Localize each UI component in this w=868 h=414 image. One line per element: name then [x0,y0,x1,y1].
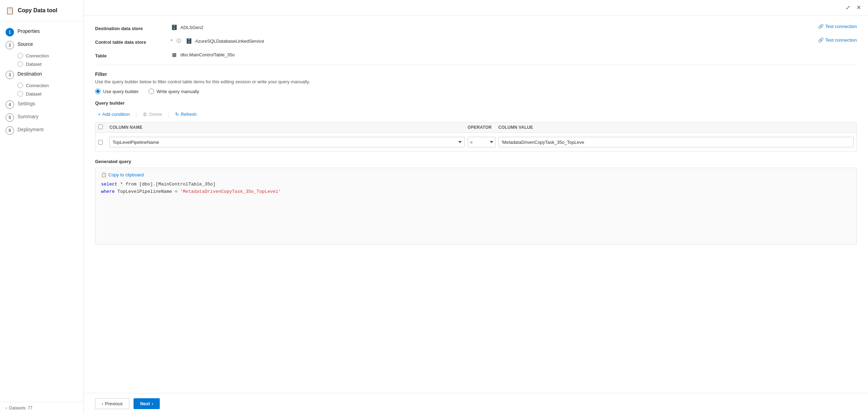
qb-operator-header: OPERATOR [468,125,496,130]
qb-table-body: TopLevelPipelineName MainControlTableId … [95,133,856,152]
app-title-text: Copy Data tool [18,7,57,14]
query-line2-middle: TopLevelPipelineName = [117,189,180,194]
copy-icon: 📋 [101,172,107,177]
step-badge-5: 5 [6,113,14,122]
datasets-nav[interactable]: › Datasets 77 [0,402,84,414]
radio-builder-option[interactable]: Use query builder [95,89,139,94]
table-value-text: dbo.MainControlTable_35o [180,52,235,57]
filter-radio-group: Use query builder Write query manually [95,89,857,94]
next-label: Next [140,401,150,406]
info-icon: ⓘ [177,38,181,44]
sub-label-dataset-1: Dataset [26,62,42,67]
nav-step-properties[interactable]: 1 Properties [0,26,84,38]
destination-value: 🗄️ ADLSGen2 [171,24,801,31]
sidebar-item-dest-dataset[interactable]: Dataset [0,90,84,98]
sidebar-item-source-dataset[interactable]: Dataset [0,60,84,68]
step-badge-1: 1 [6,28,14,36]
step-badge-6: 6 [6,126,14,135]
required-star: * [171,38,172,44]
add-condition-button[interactable]: + Add condition [95,110,132,119]
delete-button[interactable]: 🗑 Delete [140,110,165,119]
destination-value-text: ADLSGen2 [180,25,203,30]
step-badge-4: 4 [6,100,14,109]
datasets-chevron-icon: › [6,406,7,411]
copy-label: Copy to clipboard [108,172,144,177]
test-connection-2-button[interactable]: 🔗 Test connection [818,37,857,43]
add-condition-label: Add condition [102,112,130,117]
row-checkbox-cell [98,140,107,145]
control-table-row: Control table data store * ⓘ 🗄️ AzureSQL… [95,37,857,45]
test-connection-1-label: Test connection [825,24,857,29]
prev-icon: ‹ [102,401,103,406]
sub-label-connection-2: Connection [26,83,49,88]
query-builder-toolbar: + Add condition 🗑 Delete ↻ Refresh [95,110,857,119]
step-label-5: Summary [17,113,38,119]
query-code-block: select * from [dbo].[MainControlTable_35… [101,181,851,196]
sidebar-item-dest-connection[interactable]: Connection [0,81,84,90]
copy-to-clipboard-button[interactable]: 📋 Copy to clipboard [101,172,144,177]
query-line-2: where TopLevelPipelineName = 'MetadataDr… [101,188,851,196]
query-line1-rest: * from [dbo].[MainControlTable_35o] [120,182,216,187]
destination-row: Destination data store 🗄️ ADLSGen2 🔗 Tes… [95,24,857,31]
close-button[interactable]: ✕ [855,3,862,12]
test-connection-2-label: Test connection [825,37,857,43]
qb-check-header [98,125,107,130]
filter-description: Use the query builder below to filter co… [95,79,857,84]
sidebar-item-source-connection[interactable]: Connection [0,51,84,60]
table-row: TopLevelPipelineName MainControlTableId … [98,135,854,149]
table-row: Table ▦ dbo.MainControlTable_35o [95,51,857,58]
row-checkbox[interactable] [98,140,103,145]
table-value: ▦ dbo.MainControlTable_35o [171,51,857,58]
previous-button[interactable]: ‹ Previous [95,398,129,409]
test-connection-1-button[interactable]: 🔗 Test connection [818,24,857,29]
nav-step-settings[interactable]: 4 Settings [0,98,84,111]
add-condition-icon: + [98,112,101,117]
operator-select[interactable]: = != > < >= <= [468,137,496,147]
step-label-2: Source [17,41,33,47]
query-builder-table: COLUMN NAME OPERATOR COLUMN VALUE TopLev… [95,122,857,152]
sidebar: 📋 Copy Data tool 1 Properties 2 Source C… [0,0,84,414]
refresh-label: Refresh [181,112,197,117]
datasets-label: Datasets [9,406,26,411]
query-string-value: 'MetadataDrivenCopyTask_35o_TopLevel' [180,189,281,194]
step-label-6: Deployment [17,126,44,132]
test-connection-2-icon: 🔗 [818,37,824,43]
select-all-checkbox[interactable] [98,125,103,129]
select-keyword: select [101,182,117,187]
toolbar-divider-1 [136,111,136,118]
nav-step-destination[interactable]: 3 Destination [0,68,84,81]
nav-step-source[interactable]: 2 Source [0,38,84,51]
qb-table-header: COLUMN NAME OPERATOR COLUMN VALUE [95,122,856,133]
toolbar-divider-2 [168,111,169,118]
refresh-button[interactable]: ↻ Refresh [172,110,200,119]
radio-manual-input[interactable] [149,89,154,94]
next-button[interactable]: Next › [134,398,160,409]
app-title: 📋 Copy Data tool [0,0,84,21]
table-icon: ▦ [171,51,178,58]
test-connection-1-icon: 🔗 [818,24,824,29]
nav-step-deployment[interactable]: 6 Deployment [0,124,84,137]
radio-manual-label: Write query manually [157,89,199,94]
sub-circle-icon-2 [17,61,23,67]
control-table-ds-icon: 🗄️ [185,37,192,44]
next-icon: › [152,401,153,406]
main-content: Destination data store 🗄️ ADLSGen2 🔗 Tes… [84,15,868,393]
step-badge-2: 2 [6,41,14,49]
destination-label: Destination data store [95,24,165,31]
prev-label: Previous [105,401,123,406]
radio-builder-label: Use query builder [103,89,139,94]
delete-label: Delete [149,112,162,117]
where-keyword: where [101,189,115,194]
column-name-select[interactable]: TopLevelPipelineName MainControlTableId … [109,137,465,147]
destination-ds-icon: 🗄️ [171,24,178,31]
sub-circle-icon-4 [17,91,23,97]
query-line-1: select * from [dbo].[MainControlTable_35… [101,181,851,188]
nav-step-summary[interactable]: 5 Summary [0,111,84,124]
qb-col-name-header: COLUMN NAME [109,125,465,130]
radio-manual-option[interactable]: Write query manually [149,89,199,94]
column-value-input[interactable] [498,137,854,147]
sub-circle-icon [17,53,23,58]
expand-button[interactable]: ⤢ [844,3,852,12]
radio-builder-input[interactable] [95,89,101,94]
step-label-1: Properties [17,28,40,34]
